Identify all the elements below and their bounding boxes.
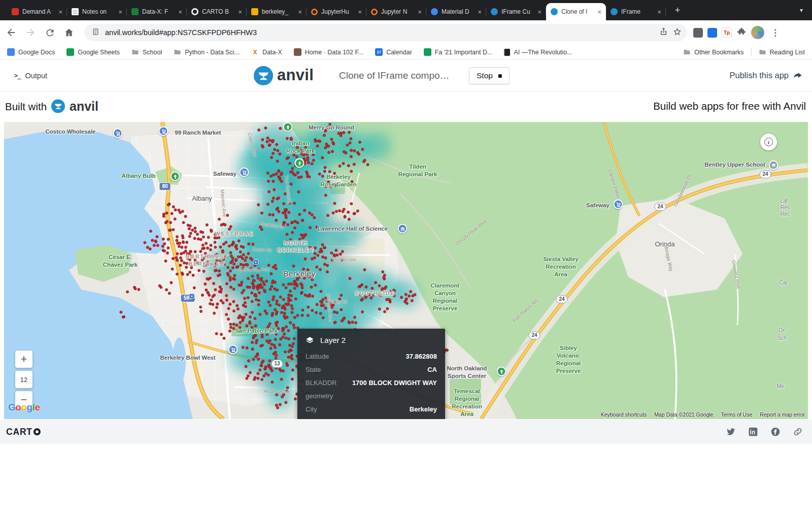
linkedin-icon[interactable] [748,427,758,437]
transit-station-icon[interactable] [189,294,195,299]
attribution-item[interactable]: Keyboard shortcuts [601,411,647,418]
back-button[interactable] [3,24,19,41]
bookmark-item[interactable]: Fa '21 Important D... [424,48,493,56]
profile-avatar[interactable] [751,26,764,39]
extension-icon-tp[interactable]: Tp [722,27,732,38]
map-canvas[interactable]: Costco Wholesale99 Ranch MarketMerry Go … [4,122,808,419]
bookmark-item[interactable]: Google Docs [7,48,55,56]
cart-pin-icon[interactable] [159,126,168,136]
carto-logo[interactable]: CART [6,427,41,437]
cart-pin-icon[interactable] [228,345,238,355]
transit-station-icon[interactable] [253,260,259,265]
browser-tab[interactable]: IFrame× [606,3,666,20]
browser-tab[interactable]: IFrame Cu× [486,3,546,20]
museum-pin-icon[interactable] [398,224,408,234]
highway-shield: 80 [159,182,171,190]
tab-title: Jupyter N [381,8,413,15]
bookmark-star-icon[interactable] [672,27,682,39]
carto-o-icon [33,428,41,435]
link-icon[interactable] [793,427,803,437]
home-button[interactable] [61,24,77,41]
built-with-text: Built with [5,100,47,112]
tab-close-icon[interactable]: × [237,8,243,16]
park-pin-icon[interactable] [497,367,506,376]
extension-icon-gray[interactable] [693,28,703,38]
browser-tab[interactable]: JupyterHu× [307,3,366,20]
bookmark-label: Data-X [262,49,282,56]
map-info-button[interactable]: i [760,134,777,150]
new-tab-button[interactable]: + [671,5,684,16]
tooltip-key: BLKADDR [306,379,336,387]
bookmark-item[interactable]: AI —The Revolutio... [504,49,572,56]
tab-close-icon[interactable]: × [596,8,602,16]
output-toggle[interactable]: >_ Output [14,72,47,80]
tab-close-icon[interactable]: × [57,8,63,16]
map-label: Sibley Volcanic Regional Preserve [556,344,581,375]
share-icon[interactable] [659,27,668,39]
browser-tab[interactable]: Notes on× [67,3,127,20]
tab-close-icon[interactable]: × [536,8,543,16]
forward-button[interactable] [22,24,39,41]
map-label: Albany Bulb [121,172,155,180]
map-label: Alcatraz Ave [263,388,290,395]
extensions-puzzle-icon[interactable] [736,26,747,39]
omnibox[interactable]: anvil.works/build#app:NS7CSKFPDP6HFHW3 [84,24,687,41]
zoom-in-button[interactable]: + [15,351,32,368]
bookmark-item[interactable]: Home · Data 102 F... [294,48,363,56]
bookmark-item[interactable]: Reading List [759,48,805,56]
url-text[interactable]: anvil.works/build#app:NS7CSKFPDP6HFHW3 [105,28,659,37]
park-pin-icon[interactable] [283,122,293,132]
attribution-item[interactable]: Terms of Use [721,411,752,418]
browser-tab[interactable]: CARTO B× [187,3,247,20]
attribution-item[interactable]: Report a map error [760,411,805,418]
map-label: Berkeley [283,269,316,279]
tab-close-icon[interactable]: × [297,8,303,16]
cart-pin-icon[interactable] [113,129,123,138]
cart-pin-icon[interactable] [240,168,249,177]
anvil-wordmark: anvil [70,99,98,114]
page-info-icon[interactable] [91,27,100,38]
browser-tab[interactable]: Demand A× [7,3,67,20]
bookmark-icon: X [251,48,259,56]
tab-close-icon[interactable]: × [477,8,483,16]
map-label: Merry Go Round [309,124,354,132]
facebook-icon[interactable] [770,427,781,437]
publish-app-link[interactable]: Publish this app [730,71,803,81]
google-logo[interactable]: Google [8,402,40,413]
bookmark-item[interactable]: Other Bookmarks [683,48,743,56]
browser-tab[interactable]: Clone of I× [546,3,606,20]
reload-button[interactable] [42,24,58,41]
extension-icon-blue[interactable] [707,28,717,38]
school-pin-icon[interactable] [769,161,779,170]
bookmark-item[interactable]: Python - Data Sci... [174,48,240,56]
browser-tab[interactable]: Data-X: F× [127,3,187,20]
browser-tab[interactable]: Jupyter N× [366,3,426,20]
map-label: Laf [781,198,788,205]
cart-pin-icon[interactable] [614,200,623,209]
tab-close-icon[interactable]: × [117,8,123,16]
park-pin-icon[interactable] [295,158,304,168]
tab-title: CARTO B [202,8,233,15]
bookmark-item[interactable]: School [131,48,162,56]
stop-button[interactable]: Stop ■ [469,67,510,84]
bookmark-item[interactable]: Google Sheets [66,48,120,56]
tab-overflow-icon[interactable]: ▾ [800,7,803,14]
tab-close-icon[interactable]: × [357,8,363,16]
map-label: Hopkins St [260,221,284,231]
twitter-icon[interactable] [726,427,736,437]
map-label: NORTH BERKELEY [277,240,314,253]
browser-menu-icon[interactable]: ⋮ [771,27,780,38]
map-label: Tilden Regional Park [398,163,437,178]
browser-tab[interactable]: Material D× [426,3,486,20]
park-pin-icon[interactable] [171,172,180,181]
tab-close-icon[interactable]: × [177,8,183,16]
map-label: Orindawoods Dr [672,173,693,207]
browser-tab[interactable]: berkeley_× [247,3,307,20]
folder-icon [174,48,181,56]
bookmark-item[interactable]: 17Calendar [375,48,412,56]
tab-close-icon[interactable]: × [417,8,423,16]
bookmark-item[interactable]: XData-X [251,48,282,56]
map-label: WESTBRAE [215,231,254,238]
tab-close-icon[interactable]: × [656,8,662,16]
build-free-text[interactable]: Build web apps for free with Anvil [653,100,806,112]
